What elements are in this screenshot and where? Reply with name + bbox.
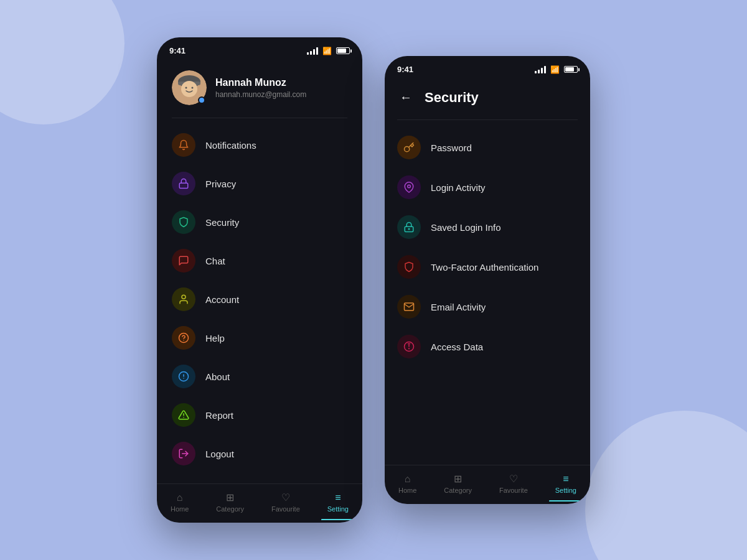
category-icon-right: ⊞ xyxy=(454,473,462,485)
access-data-label: Access Data xyxy=(431,342,483,352)
security-item-password[interactable]: Password xyxy=(385,128,590,167)
home-icon-left: ⌂ xyxy=(177,492,183,503)
nav-home-left[interactable]: ⌂ Home xyxy=(171,492,189,513)
profile-divider xyxy=(172,118,347,118)
online-indicator xyxy=(198,96,205,104)
bottom-nav-right: ⌂ Home ⊞ Category ♡ Favourite ≡ Setting xyxy=(385,465,590,504)
report-icon xyxy=(172,403,195,427)
login-activity-label: Login Activity xyxy=(431,182,486,193)
menu-item-about[interactable]: About xyxy=(157,357,362,396)
category-label-right: Category xyxy=(444,487,472,494)
favourite-label-left: Favourite xyxy=(271,505,300,513)
status-icons-right: 📶 xyxy=(535,65,578,74)
bg-decoration-tl xyxy=(0,0,125,124)
profile-section: Hannah Munoz hannah.munoz@gmail.com xyxy=(157,60,362,118)
security-title: Security xyxy=(425,90,479,106)
menu-item-security[interactable]: Security xyxy=(157,203,362,241)
chat-label: Chat xyxy=(205,256,225,266)
home-label-right: Home xyxy=(398,487,416,494)
security-icon xyxy=(172,210,195,234)
about-icon xyxy=(172,365,195,388)
security-item-email-activity[interactable]: Email Activity xyxy=(385,287,590,327)
svg-point-3 xyxy=(181,81,197,97)
security-divider xyxy=(397,119,578,120)
setting-icon-right: ≡ xyxy=(563,474,568,485)
category-label-left: Category xyxy=(216,505,244,513)
menu-item-logout[interactable]: Logout xyxy=(157,434,362,473)
svg-point-7 xyxy=(182,295,186,299)
setting-label-right: Setting xyxy=(555,487,576,494)
two-factor-icon xyxy=(397,255,421,279)
bg-decoration-br xyxy=(585,411,747,560)
two-factor-label: Two-Factor Authentication xyxy=(431,262,538,273)
email-activity-label: Email Activity xyxy=(431,302,486,312)
logout-label: Logout xyxy=(205,449,234,459)
svg-point-19 xyxy=(408,228,410,230)
login-activity-icon xyxy=(397,175,421,199)
nav-category-right[interactable]: ⊞ Category xyxy=(444,473,472,494)
privacy-icon xyxy=(172,172,195,195)
notifications-icon xyxy=(172,133,195,157)
saved-login-icon xyxy=(397,215,421,239)
about-label: About xyxy=(205,371,230,382)
menu-item-notifications[interactable]: Notifications xyxy=(157,126,362,164)
menu-item-report[interactable]: Report xyxy=(157,396,362,434)
menu-item-help[interactable]: Help xyxy=(157,319,362,357)
back-button[interactable]: ← xyxy=(397,88,415,107)
active-indicator-left xyxy=(321,519,355,520)
privacy-label: Privacy xyxy=(205,179,236,189)
password-icon xyxy=(397,136,421,159)
nav-home-right[interactable]: ⌂ Home xyxy=(398,474,416,494)
time-right: 9:41 xyxy=(397,65,413,74)
favourite-icon-right: ♡ xyxy=(509,473,518,485)
account-icon xyxy=(172,287,195,311)
home-label-left: Home xyxy=(171,505,189,513)
nav-category-left[interactable]: ⊞ Category xyxy=(216,492,244,513)
phone-left: 9:41 📶 xyxy=(157,37,362,523)
security-item-two-factor[interactable]: Two-Factor Authentication xyxy=(385,247,590,287)
help-label: Help xyxy=(205,333,225,343)
home-icon-right: ⌂ xyxy=(405,474,411,485)
nav-setting-left[interactable]: ≡ Setting xyxy=(327,492,349,513)
battery-icon xyxy=(336,47,350,54)
help-icon xyxy=(172,326,195,350)
favourite-label-right: Favourite xyxy=(499,487,528,494)
menu-item-chat[interactable]: Chat xyxy=(157,241,362,280)
status-icons-left: 📶 xyxy=(307,47,350,55)
phones-container: 9:41 📶 xyxy=(157,37,590,523)
time-left: 9:41 xyxy=(169,46,186,55)
profile-info: Hannah Munoz hannah.munoz@gmail.com xyxy=(215,77,306,99)
report-label: Report xyxy=(205,410,233,421)
access-data-icon xyxy=(397,335,421,358)
security-item-saved-login[interactable]: Saved Login Info xyxy=(385,207,590,247)
nav-favourite-right[interactable]: ♡ Favourite xyxy=(499,473,528,494)
email-activity-icon xyxy=(397,295,421,319)
security-item-access-data[interactable]: Access Data xyxy=(385,327,590,366)
menu-item-privacy[interactable]: Privacy xyxy=(157,164,362,203)
bottom-nav-left: ⌂ Home ⊞ Category ♡ Favourite ≡ Setting xyxy=(157,483,362,523)
nav-setting-right[interactable]: ≡ Setting xyxy=(555,474,576,494)
phone-right: 9:41 📶 ← Security xyxy=(385,56,590,504)
menu-item-account[interactable]: Account xyxy=(157,280,362,319)
password-label: Password xyxy=(431,142,472,153)
wifi-icon: 📶 xyxy=(322,47,332,55)
logout-icon xyxy=(172,442,195,465)
saved-login-label: Saved Login Info xyxy=(431,222,501,233)
chat-icon xyxy=(172,249,195,273)
status-bar-right: 9:41 📶 xyxy=(385,56,590,79)
active-indicator-right xyxy=(549,500,583,502)
svg-rect-6 xyxy=(179,183,188,188)
avatar-wrapper xyxy=(172,70,207,105)
battery-icon-right xyxy=(564,66,578,73)
svg-point-5 xyxy=(192,87,194,89)
security-header: ← Security xyxy=(385,79,590,119)
account-label: Account xyxy=(205,294,239,305)
security-item-login-activity[interactable]: Login Activity xyxy=(385,167,590,207)
notifications-label: Notifications xyxy=(205,140,256,151)
status-bar-left: 9:41 📶 xyxy=(157,37,362,60)
signal-icon-right xyxy=(535,66,546,73)
favourite-icon-left: ♡ xyxy=(281,492,290,503)
nav-favourite-left[interactable]: ♡ Favourite xyxy=(271,492,300,513)
setting-icon-left: ≡ xyxy=(335,492,341,503)
svg-point-4 xyxy=(186,87,187,89)
